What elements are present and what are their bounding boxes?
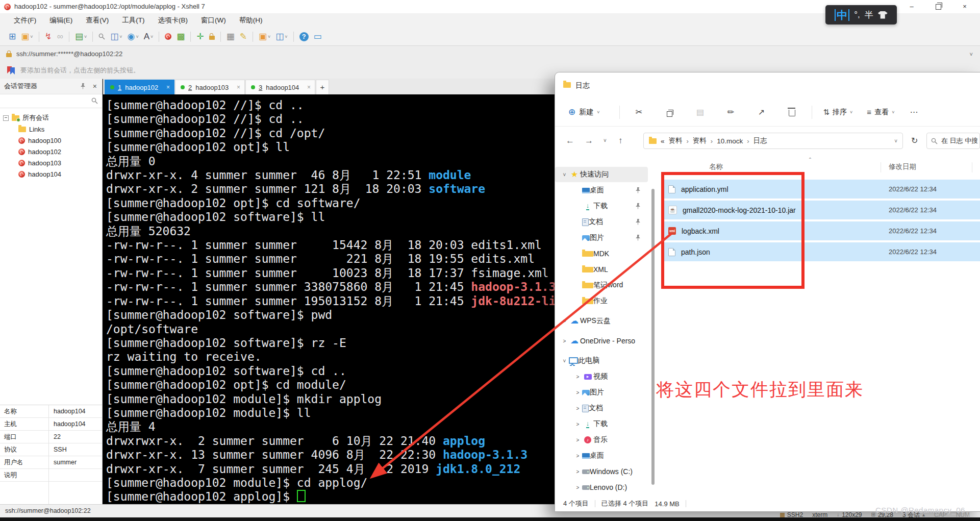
explorer-sidebar-item-16[interactable]: >♪音乐 (555, 432, 648, 448)
paste-button[interactable]: ▤ (690, 107, 711, 117)
chevron-right-icon[interactable]: > (573, 406, 582, 411)
chevron-right-icon[interactable]: > (573, 390, 582, 395)
restore-button[interactable] (925, 0, 951, 13)
xshell-icon[interactable] (162, 33, 174, 40)
explorer-sidebar-item-4[interactable]: 图片 (555, 230, 648, 245)
sort-button[interactable]: ⇅ 排序 ˅ (823, 108, 853, 117)
explorer-sidebar-item-2[interactable]: ↓下载 (555, 199, 648, 214)
menu-item-4[interactable]: 选项卡(B) (152, 13, 195, 28)
keyboard-icon[interactable]: ▦ (224, 32, 237, 41)
explorer-sidebar-item-12[interactable]: >▶视频 (555, 369, 648, 384)
menu-item-1[interactable]: 编辑(E) (43, 13, 79, 28)
breadcrumb-item-2[interactable]: 10.mock (717, 137, 743, 145)
column-header-date[interactable]: 修改日期 (889, 159, 916, 175)
explorer-sidebar-item-1[interactable]: 桌面 (555, 183, 648, 198)
ime-skin-icon[interactable] (878, 11, 888, 19)
reconnect-icon[interactable]: ∞ (55, 32, 66, 41)
menu-item-5[interactable]: 窗口(W) (194, 13, 233, 28)
ime-toolbar[interactable]: 中 °, 半 (825, 5, 897, 24)
session-item-hadoop100[interactable]: hadoop100 (0, 135, 102, 146)
new-button[interactable]: ⊕ 新建 ˅ (568, 107, 600, 117)
column-divider[interactable] (881, 162, 881, 172)
history-dropdown-icon[interactable]: ˅ (604, 127, 607, 155)
collapse-icon[interactable] (3, 115, 9, 121)
view-button[interactable]: ≡ 查看 ˅ (867, 108, 894, 117)
explorer-search-box[interactable]: 在 日志 中搜 (926, 133, 980, 149)
chevron-down-icon[interactable]: ˅ (560, 358, 569, 364)
explorer-sidebar-item-7[interactable]: 笔记word (555, 278, 648, 293)
chevron-right-icon[interactable]: > (573, 421, 582, 427)
address-dropdown-icon[interactable]: ˅ (970, 46, 973, 62)
scrollbar-thumb[interactable] (651, 189, 655, 485)
explorer-sidebar-item-18[interactable]: >Windows (C:) (555, 464, 648, 479)
layout-icon[interactable]: ◫˅ (273, 32, 290, 41)
menu-item-0[interactable]: 文件(F) (7, 13, 43, 28)
tab-close-icon[interactable]: × (307, 84, 311, 91)
open-folder-icon[interactable]: ▣˅ (18, 32, 35, 41)
breadcrumb-item-3[interactable]: 日志 (753, 136, 767, 145)
new-file-icon[interactable]: ▣˅ (256, 32, 273, 41)
menu-item-6[interactable]: 帮助(H) (233, 13, 269, 28)
cut-button[interactable]: ✂ (629, 107, 649, 117)
close-button[interactable]: × (951, 0, 978, 13)
session-properties-icon[interactable]: ▤˅ (72, 32, 89, 41)
more-button[interactable]: ⋯ (910, 107, 918, 117)
minimize-button[interactable]: – (898, 0, 925, 13)
tab-hadoop103[interactable]: 2hadoop103× (175, 80, 245, 94)
explorer-sidebar-item-13[interactable]: >图片 (555, 385, 648, 400)
session-search-box[interactable] (0, 94, 102, 108)
feedback-icon[interactable]: ▭ (311, 32, 324, 41)
chevron-right-icon[interactable]: > (560, 338, 569, 344)
ime-halfwidth[interactable]: 半 (865, 9, 873, 21)
back-button[interactable]: ← (566, 127, 574, 155)
chevron-right-icon[interactable]: > (573, 437, 582, 443)
session-item-hadoop104[interactable]: hadoop104 (0, 168, 102, 180)
url-icon[interactable]: ◉˅ (125, 32, 141, 41)
explorer-titlebar[interactable]: 日志 (555, 72, 980, 98)
chevron-right-icon[interactable]: > (573, 374, 582, 380)
explorer-sidebar-item-15[interactable]: >↓下载 (555, 416, 648, 432)
tab-hadoop104[interactable]: 3hadoop104× (245, 80, 315, 94)
menu-item-3[interactable]: 工具(T) (115, 13, 151, 28)
explorer-sidebar-item-3[interactable]: 文档 (555, 214, 648, 230)
chevron-right-icon[interactable]: > (560, 318, 569, 324)
chevron-down-icon[interactable]: ˅ (894, 138, 897, 144)
rename-button[interactable]: ✏ (721, 107, 741, 117)
ime-chinese-mode[interactable]: 中 (835, 9, 849, 21)
explorer-sidebar-item-14[interactable]: >文档 (555, 401, 648, 416)
refresh-button[interactable]: ↻ (911, 127, 918, 155)
column-divider[interactable] (972, 162, 972, 172)
explorer-sidebar-item-0[interactable]: ˅★快速访问 (555, 167, 648, 182)
chevron-right-icon[interactable]: > (573, 469, 582, 475)
address-url[interactable]: ssh://summer:******@hadoop102:22 (16, 46, 122, 62)
highlight-icon[interactable]: ✎ (237, 32, 249, 41)
font-icon[interactable]: A˅ (141, 32, 156, 41)
explorer-sidebar-item-8[interactable]: 作业 (555, 293, 648, 309)
explorer-sidebar-item-6[interactable]: XML (555, 262, 648, 277)
new-session-icon[interactable]: ⊞ (6, 32, 18, 41)
pin-button[interactable] (80, 83, 86, 89)
up-button[interactable]: ↑ (618, 127, 623, 155)
breadcrumb-collapse[interactable]: « (661, 137, 665, 145)
breadcrumb-item-1[interactable]: 资料 (693, 136, 707, 145)
disconnect-icon[interactable]: ↯ (42, 32, 55, 41)
tab-close-icon[interactable]: × (166, 84, 170, 91)
chevron-down-icon[interactable]: ˅ (560, 172, 569, 178)
chevron-right-icon[interactable]: > (573, 453, 582, 459)
session-tree-root[interactable]: 所有会话 (0, 112, 102, 123)
session-item-hadoop102[interactable]: hadoop102 (0, 146, 102, 157)
session-item-hadoop103[interactable]: hadoop103 (0, 157, 102, 168)
tab-hadoop102[interactable]: 1hadoop102× (105, 80, 174, 94)
share-button[interactable]: ↗ (751, 107, 772, 117)
breadcrumb[interactable]: « 资料›资料›10.mock›日志 ˅ (643, 133, 903, 149)
ime-punctuation[interactable]: °, (854, 10, 860, 20)
explorer-sidebar-item-5[interactable]: MDK (555, 246, 648, 261)
menu-item-2[interactable]: 查看(V) (79, 13, 115, 28)
forward-button[interactable]: → (585, 127, 593, 155)
breadcrumb-item-0[interactable]: 资料 (669, 136, 683, 145)
explorer-sidebar-item-9[interactable]: >☁WPS云盘 (555, 313, 648, 329)
panel-close-button[interactable]: × (93, 79, 97, 94)
delete-button[interactable] (782, 108, 802, 116)
chevron-right-icon[interactable]: > (573, 485, 582, 490)
xftp-icon[interactable]: ▩ (174, 32, 187, 41)
